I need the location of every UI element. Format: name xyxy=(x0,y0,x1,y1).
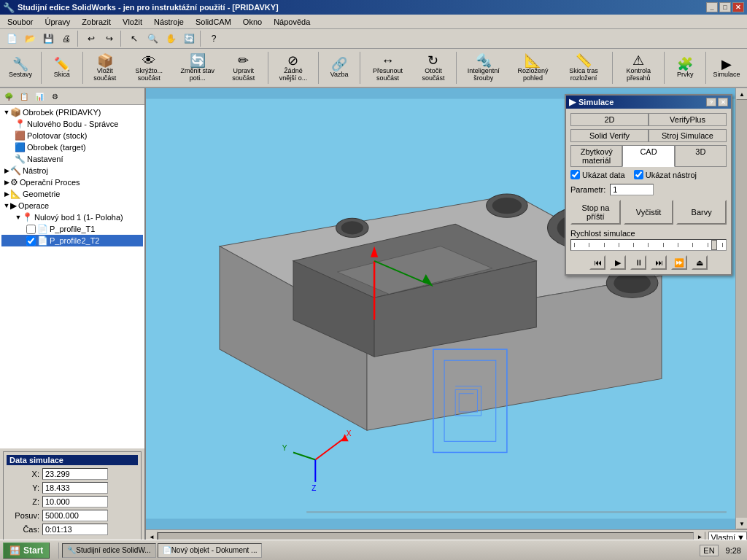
tb-rotate[interactable]: 🔄 xyxy=(180,31,198,47)
tb-upravit[interactable]: ✏ Upravit součást xyxy=(222,50,265,85)
sim-close-button[interactable]: ✕ xyxy=(718,98,728,106)
tb-zadne[interactable]: ⊘ Žádné vnější o... xyxy=(271,50,315,85)
speed-track[interactable] xyxy=(570,239,727,251)
scroll-down[interactable]: ▼ xyxy=(736,518,747,529)
tab-3d[interactable]: 3D xyxy=(675,145,727,167)
tab-zbytkovy[interactable]: Zbytkový materiál xyxy=(570,145,622,167)
menu-soubor[interactable]: Soubor xyxy=(1,16,39,28)
checkbox-ukaz-nastroj[interactable] xyxy=(634,170,643,179)
tb-kontrola[interactable]: ⚠ Kontrola přesahů xyxy=(616,50,662,85)
scroll-track-v[interactable] xyxy=(736,100,747,518)
tb-save[interactable]: 💾 xyxy=(39,31,57,47)
tb-redo[interactable]: ↪ xyxy=(101,31,118,47)
tree-item-nuloveho[interactable]: 📍 Nulového Bodu - Správce xyxy=(1,118,143,130)
tb-otocit[interactable]: ↻ Otočit součást xyxy=(414,50,453,85)
tree-item-geometrie[interactable]: ▶ 📐 Geometrie xyxy=(1,188,143,200)
taskbar-document[interactable]: 📄 Nový objekt - Dokument ... xyxy=(158,543,263,558)
tb-zoom[interactable]: 🔍 xyxy=(144,31,161,47)
data-row-cas: Čas: 0:01:13 xyxy=(7,524,138,535)
profile-t1-checkbox[interactable] xyxy=(26,225,36,234)
tree-item-polotovar[interactable]: 🟫 Polotovar (stock) xyxy=(1,130,143,141)
tb-prvky[interactable]: 🧩 Prvky xyxy=(667,50,703,85)
tb-skryzto[interactable]: 👁 Skrýžto... součást xyxy=(125,50,172,85)
menu-upravy[interactable]: Úpravy xyxy=(39,16,76,28)
sim-help-button[interactable]: ? xyxy=(706,98,716,106)
tb-open[interactable]: 📂 xyxy=(21,31,39,47)
tab-2d[interactable]: 2D xyxy=(570,113,649,126)
tb-help[interactable]: ? xyxy=(205,31,222,47)
checkbox-ukaz-data[interactable] xyxy=(570,170,580,179)
transport-pause[interactable]: ⏸ xyxy=(630,255,646,270)
tab-cad[interactable]: CAD xyxy=(622,145,674,167)
param-input[interactable] xyxy=(610,184,654,195)
minimize-button[interactable]: _ xyxy=(706,2,718,12)
stop-button[interactable]: Stop na příští xyxy=(570,200,621,225)
speed-thumb[interactable] xyxy=(711,240,717,250)
tree-item-p-profile-t2[interactable]: 📄 P_profile2_T2 xyxy=(1,235,143,246)
tree-item-obrobek[interactable]: ▼ 📦 Obrobek (PRIDAVKY) xyxy=(1,106,143,118)
tb-srouby[interactable]: 🔩 Inteligentní šrouby xyxy=(460,50,508,85)
simulation-dialog: ▶ Simulace ? ✕ 2D xyxy=(565,94,732,276)
sim-dialog-title[interactable]: ▶ Simulace ? ✕ xyxy=(566,96,731,109)
tree-view[interactable]: ▼ 📦 Obrobek (PRIDAVKY) 📍 Nulového Bodu -… xyxy=(0,105,144,448)
tree-item-p-profile-t1[interactable]: 📄 P_profile_T1 xyxy=(1,223,143,235)
panel-tb-list[interactable]: 📋 xyxy=(17,90,31,103)
vycistit-button[interactable]: Vyčistit xyxy=(624,200,674,225)
tab-verifyplus[interactable]: VerifyPlus xyxy=(649,113,727,126)
tb-skica-tras[interactable]: 📏 Skica tras rozložení xyxy=(558,50,609,85)
viewport-3d[interactable]: X Y Z xyxy=(146,88,735,529)
panel-tb-settings[interactable]: ⚙ xyxy=(47,90,62,103)
menu-nastroje[interactable]: Nástroje xyxy=(148,16,190,28)
tb-sep1 xyxy=(77,31,80,47)
taskbar-right: EN 9:28 xyxy=(700,545,744,556)
transport-play[interactable]: ▶ xyxy=(610,255,626,270)
menu-napoveda[interactable]: Nápověda xyxy=(268,16,316,28)
tb-presunout[interactable]: ↔ Přesunout součást xyxy=(363,50,412,85)
menu-zobrazit[interactable]: Zobrazit xyxy=(76,16,117,28)
transport-fast-fwd[interactable]: ⏩ xyxy=(671,255,687,270)
panel-tb-chart[interactable]: 📊 xyxy=(32,90,47,103)
profile-t2-checkbox[interactable] xyxy=(26,236,36,246)
tb-skica[interactable]: ✏️ Skica xyxy=(44,50,80,85)
sim-tabs-row1: 2D VerifyPlus xyxy=(570,113,727,126)
svg-text:Z: Z xyxy=(311,484,316,492)
tb-sestavy[interactable]: 🔧 Sestavy xyxy=(3,50,38,85)
scroll-up[interactable]: ▲ xyxy=(736,88,747,100)
barvy-button[interactable]: Barvy xyxy=(676,200,727,225)
menu-okno[interactable]: Okno xyxy=(237,16,268,28)
tb-pan[interactable]: ✋ xyxy=(162,31,179,47)
tb-sep-l3 xyxy=(268,52,268,84)
tree-item-nulovy-bod[interactable]: ▼ 📍 Nulový bod 1 (1- Poloha) xyxy=(1,211,143,223)
tb-vlozit-soucas[interactable]: 📦 Vložit součást xyxy=(86,50,125,85)
tb-vazba[interactable]: 🔗 Vazba xyxy=(322,50,357,85)
panel-tb-tree[interactable]: 🌳 xyxy=(1,90,16,103)
start-button[interactable]: 🪟 Start xyxy=(3,542,50,559)
tb-zmenit[interactable]: 🔄 Změnit stav poti... xyxy=(174,50,221,85)
sim-buttons: Stop na příští Vyčistit Barvy xyxy=(570,200,727,225)
tb-print[interactable]: 🖨 xyxy=(58,31,75,47)
taskbar-solidworks[interactable]: 🔧 Studijní edice SolidW... xyxy=(62,543,155,558)
tree-item-nastaveni[interactable]: 🔧 Nastavení xyxy=(1,153,143,165)
tb-select[interactable]: ↖ xyxy=(125,31,143,47)
tree-item-obrobek-target[interactable]: 🟦 Obrobek (target) xyxy=(1,141,143,153)
param-label: Parametr: xyxy=(570,185,605,194)
tab-stroj-simulace[interactable]: Stroj Simulace xyxy=(649,129,727,142)
tb-new[interactable]: 📄 xyxy=(3,31,20,47)
tb-simulace[interactable]: ▶ Simulace xyxy=(709,50,744,85)
menu-solidcam[interactable]: SolidCAM xyxy=(190,16,237,28)
tb-sep-l1 xyxy=(41,52,42,84)
tree-item-operace[interactable]: ▼ ▶ Operace xyxy=(1,200,143,211)
tab-solid-verify[interactable]: Solid Verify xyxy=(570,129,649,142)
transport-eject[interactable]: ⏏ xyxy=(692,255,708,270)
checkbox-ukaz-nastroj-label: Ukázat nástroj xyxy=(634,170,697,179)
tb-undo[interactable]: ↩ xyxy=(82,31,100,47)
tree-item-nastroj[interactable]: ▶ 🔨 Nástroj xyxy=(1,165,143,176)
tree-item-operacni[interactable]: ▶ ⚙ Operační Proces xyxy=(1,176,143,188)
tb-rozlozeny[interactable]: 📐 Rozložený pohled xyxy=(509,50,557,85)
transport-prev[interactable]: ⏮ xyxy=(589,255,605,270)
maximize-button[interactable]: □ xyxy=(719,2,731,12)
transport-next[interactable]: ⏭ xyxy=(651,255,667,270)
tb-sep-l4 xyxy=(318,52,319,84)
close-button[interactable]: ✕ xyxy=(732,2,744,12)
menu-vlozit[interactable]: Vložit xyxy=(117,16,148,28)
